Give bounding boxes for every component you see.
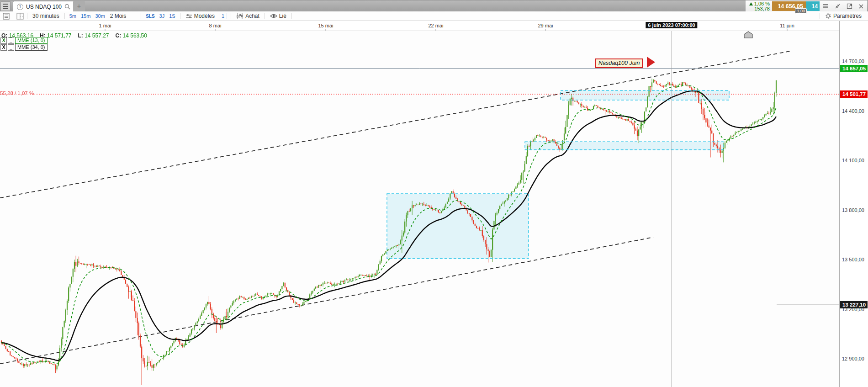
daily-change: 1,06 % 153,78	[749, 1, 770, 11]
date-tick-mark	[326, 29, 326, 31]
tf-30m-button[interactable]: 30m	[93, 13, 107, 19]
popout-icon[interactable]	[845, 3, 854, 10]
price-tick-label: 14 100,00	[842, 158, 864, 163]
high-value: 14 571,77	[47, 32, 71, 39]
indicator-label-mme13[interactable]: MME (13, 0)	[15, 37, 48, 44]
price-tick-label: 14 700,00	[842, 58, 864, 64]
last-price-badge: 14 657,05	[840, 65, 868, 72]
legend-icon[interactable]	[1, 12, 11, 20]
range-select[interactable]: 2 Mois	[107, 13, 129, 19]
date-tick-label: 1 mai	[99, 23, 111, 28]
date-tick-mark	[436, 29, 436, 31]
alert-distance-label: 55,28 / 1,07 %	[0, 90, 35, 96]
date-tick-mark	[545, 29, 546, 31]
up-arrow-icon	[749, 2, 753, 5]
indicator-minimize-button[interactable]: _	[8, 44, 14, 51]
search-icon[interactable]	[64, 4, 70, 10]
date-tick-label: 22 mai	[428, 23, 443, 28]
price-axis[interactable]: 14 657,05 14 501,77 13 227,10 14 700,001…	[839, 21, 868, 387]
spread-badge: 1,00	[795, 8, 807, 14]
date-tick-mark	[105, 29, 106, 31]
tf-15m-button[interactable]: 15m	[79, 13, 93, 19]
models-count-badge[interactable]: 1	[219, 13, 227, 19]
quick-3j-button[interactable]: 3J	[157, 13, 167, 19]
tab-number-badge: 1	[17, 4, 23, 10]
price-chart-canvas[interactable]	[0, 31, 839, 387]
minimize-icon[interactable]	[833, 3, 842, 10]
price-tick-label: 13 500,00	[842, 257, 864, 262]
close-icon[interactable]	[857, 3, 866, 10]
candles-icon	[236, 13, 243, 19]
instrument-tag-label[interactable]: Nasdaq100 Juin	[595, 58, 643, 68]
alert-price-badge: 14 501,77	[840, 90, 868, 98]
close-value: 14 563,50	[123, 32, 147, 39]
title-bar: 1 US NDAQ 100 + 1,06 % 153,78 14 656,05 …	[0, 0, 868, 11]
chart-area: O: 14 563,16 H: 14 571,77 L: 14 557,27 C…	[0, 31, 839, 387]
chart-toolbar: 30 minutes 5m 15m 30m 2 Mois SLS 3J 1S M…	[0, 11, 868, 21]
tab-title: US NDAQ 100	[26, 4, 62, 10]
main-menu-button[interactable]	[0, 1, 11, 11]
level-price-badge: 13 227,10	[840, 301, 868, 308]
window-controls	[820, 0, 867, 12]
quick-sls-button[interactable]: SLS	[143, 14, 157, 19]
timeframe-select[interactable]: 30 minutes	[30, 13, 62, 19]
date-axis[interactable]: 6 juin 2023 07:00:00 1 mai8 mai15 mai22 …	[0, 21, 839, 31]
date-tick-label: 11 juin	[780, 23, 794, 28]
new-tab-button[interactable]: +	[73, 1, 85, 12]
linked-button[interactable]: Lié	[267, 13, 289, 19]
settings-button[interactable]: Paramètres	[822, 13, 868, 19]
buy-button[interactable]: Achat	[233, 13, 262, 19]
price-tick-label: 13 800,00	[842, 207, 864, 213]
indicator-minimize-button[interactable]: _	[8, 37, 14, 44]
models-button[interactable]: Modèles	[183, 13, 217, 19]
date-tick-label: 29 mai	[538, 23, 553, 28]
sliders-icon	[185, 13, 192, 19]
date-tick-mark	[787, 29, 788, 31]
crosshair-date-badge: 6 juin 2023 07:00:00	[646, 22, 697, 28]
trading-app-window: 1 US NDAQ 100 + 1,06 % 153,78 14 656,05 …	[0, 0, 868, 387]
date-tick-label: 8 mai	[209, 23, 222, 28]
date-tick-mark	[215, 29, 216, 31]
indicator-row-mme34: X _ MME (34, 0)	[0, 44, 48, 51]
tf-5m-button[interactable]: 5m	[67, 13, 79, 19]
indicator-close-button[interactable]: X	[0, 37, 7, 44]
marker-icon[interactable]	[744, 31, 753, 40]
instrument-tab[interactable]: 1 US NDAQ 100	[13, 1, 74, 12]
eye-icon	[270, 13, 277, 19]
change-absolute: 153,78	[754, 6, 770, 11]
date-tick-label: 15 mai	[318, 23, 333, 28]
instrument-tag-arrow-icon	[647, 57, 655, 68]
indicator-label-mme34[interactable]: MME (34, 0)	[15, 44, 48, 51]
layout-icon[interactable]	[16, 12, 25, 20]
panel-menu-icon[interactable]	[821, 3, 830, 10]
price-tick-label: 14 400,00	[842, 108, 864, 114]
price-tick-label: 12 900,00	[842, 356, 864, 361]
quick-1s-button[interactable]: 1S	[167, 13, 177, 19]
indicator-row-mme13: X _ MME (13, 0)	[0, 37, 48, 44]
indicator-close-button[interactable]: X	[0, 44, 7, 51]
low-value: 14 557,27	[85, 32, 109, 39]
change-percent: 1,06 %	[754, 1, 770, 6]
gear-icon	[825, 13, 831, 19]
